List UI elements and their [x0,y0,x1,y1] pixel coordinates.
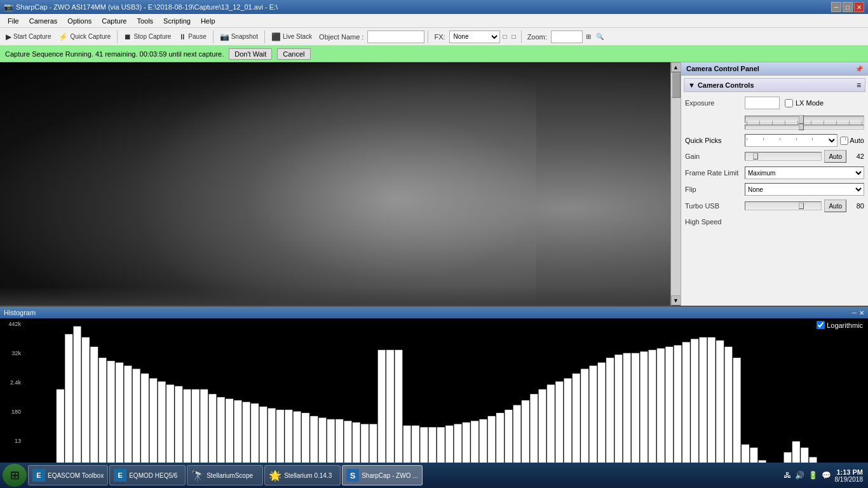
fx-btn1[interactable]: □ [501,32,509,41]
start-capture-icon: ▶ [6,32,11,41]
gain-row: Gain Auto 42 [684,148,865,165]
panel-pin-icon[interactable]: 📌 [855,65,863,72]
fx-dropdown[interactable]: None [449,30,500,43]
zoom-fit-button[interactable]: ⊞ [584,32,593,41]
start-capture-button[interactable]: ▶ Start Capture [3,31,54,43]
main-area: ▲ ▼ Camera Control Panel 📌 ▼ Camera Cont… [0,62,868,306]
svg-rect-9 [98,358,106,476]
live-stack-icon: ⬛ [271,32,281,41]
quick-capture-button[interactable]: ⚡ Quick Capture [55,31,114,43]
camera-controls-section: ▼ Camera Controls ≡ Exposure 5.0 ms LX M… [681,76,868,306]
sharpcap-icon: S [346,469,359,482]
cancel-button[interactable]: Cancel [277,48,310,60]
menu-scripting[interactable]: Scripting [158,16,196,26]
object-name-input[interactable] [367,30,424,43]
svg-rect-70 [614,355,622,476]
frame-rate-dropdown[interactable]: Maximum [745,166,864,179]
sharpcap-label: SharpCap - ZWO ... [362,472,417,479]
zoom-search-button[interactable]: 🔍 [594,32,606,41]
svg-rect-15 [149,378,157,476]
object-name-label: Object Name : [316,33,366,41]
svg-rect-73 [640,351,648,476]
snapshot-button[interactable]: 📷 Snapshot [217,31,261,43]
flip-dropdown[interactable]: None [745,183,864,196]
exp-tick2 [763,138,764,140]
stop-capture-button[interactable]: ⏹ Stop Capture [121,31,174,43]
lx-mode-checkbox[interactable] [785,99,793,107]
fx-label: FX: [431,33,447,41]
frame-rate-row: Frame Rate Limit Maximum [684,165,865,181]
svg-rect-10 [107,361,115,476]
minimize-button[interactable]: ─ [831,2,841,12]
svg-rect-5 [65,334,72,476]
pause-icon: ⏸ [179,32,186,41]
gain-track[interactable] [745,152,822,161]
turbo-track[interactable] [745,201,822,210]
dont-wait-button[interactable]: Don't Wait [229,48,272,60]
clock[interactable]: 1:13 PM 8/19/2018 [835,468,864,483]
scroll-track[interactable] [671,72,681,295]
separator-4 [428,30,428,43]
histogram-close-button[interactable]: ✕ [859,309,864,316]
turbo-usb-slider[interactable] [745,201,822,210]
exposure-input[interactable]: 5.0 ms [745,97,780,109]
fx-btn2[interactable]: □ [510,32,518,41]
clock-date: 8/19/2018 [835,476,864,483]
snapshot-icon: 📷 [220,32,229,41]
high-speed-label: High Speed [685,218,742,226]
menu-capture[interactable]: Capture [97,16,132,26]
svg-rect-74 [648,350,656,476]
pause-button[interactable]: ⏸ Pause [175,31,209,43]
scroll-down-button[interactable]: ▼ [671,295,681,306]
frame-rate-label: Frame Rate Limit [685,169,742,177]
menu-options[interactable]: Options [62,16,97,26]
start-button[interactable]: ⊞ [3,464,27,487]
flip-row: Flip None [684,181,865,198]
close-button[interactable]: ✕ [854,2,864,12]
taskbar-right: 🖧 🔊 🔋 💬 1:13 PM 8/19/2018 [783,468,866,483]
taskbar-app-eqascom[interactable]: E EQASCOM Toolbox [28,465,108,485]
scroll-up-button[interactable]: ▲ [671,62,681,72]
exposure-row: Exposure 5.0 ms LX Mode [684,95,865,111]
histogram-titlebar: Histogram ─ ✕ [0,307,868,318]
quick-picks-label: Quick Picks [685,137,742,144]
menu-tools[interactable]: Tools [132,16,158,26]
lx-mode-label: LX Mode [796,99,824,107]
y-label-1: 442k [1,321,21,327]
gain-thumb[interactable] [753,153,758,159]
live-stack-button[interactable]: ⬛ Live Stack [268,31,315,43]
zoom-input[interactable]: 50% [551,30,583,43]
svg-rect-83 [724,347,732,476]
section-menu-icon[interactable]: ≡ [857,81,861,90]
menu-file[interactable]: File [3,16,24,26]
taskbar-app-stellariumscope[interactable]: 🔭 StellariumScope [187,465,263,485]
scroll-thumb[interactable] [672,72,681,98]
separator-1 [117,30,118,43]
turbo-value: 80 [849,202,864,210]
stellarium-label: Stellarium 0.14.3 [284,472,332,479]
title-bar: 📷 SharpCap - ZWO ASI174MM (via USB3) - E… [0,0,868,14]
taskbar-app-eqmod[interactable]: E EQMOD HEQ5/6 [109,465,186,485]
menu-cameras[interactable]: Cameras [24,16,63,26]
gain-slider[interactable] [745,152,822,161]
histogram-restore-button[interactable]: ─ [852,309,857,316]
exposure-thumb-1[interactable] [799,115,804,124]
exposure-slider[interactable] [745,113,864,131]
exposure-thumb-2[interactable] [799,124,804,130]
exp-tick2 [796,138,797,140]
y-label-2: 32k [1,350,21,356]
turbo-auto-button[interactable]: Auto [824,200,846,212]
section-header[interactable]: ▼ Camera Controls ≡ [684,78,865,92]
svg-rect-66 [581,369,588,476]
svg-rect-14 [141,374,149,476]
view-scrollbar[interactable]: ▲ ▼ [670,62,681,306]
app-icon: 📷 [4,3,13,11]
taskbar-app-stellarium[interactable]: 🌟 Stellarium 0.14.3 [264,465,341,485]
histogram-title: Histogram [4,309,36,316]
menu-help[interactable]: Help [196,16,220,26]
section-collapse-icon[interactable]: ▼ [688,81,695,89]
turbo-thumb[interactable] [799,203,804,209]
gain-auto-button[interactable]: Auto [824,150,846,163]
maximize-button[interactable]: □ [843,2,853,12]
taskbar-app-sharpcap[interactable]: S SharpCap - ZWO ... [342,465,422,485]
